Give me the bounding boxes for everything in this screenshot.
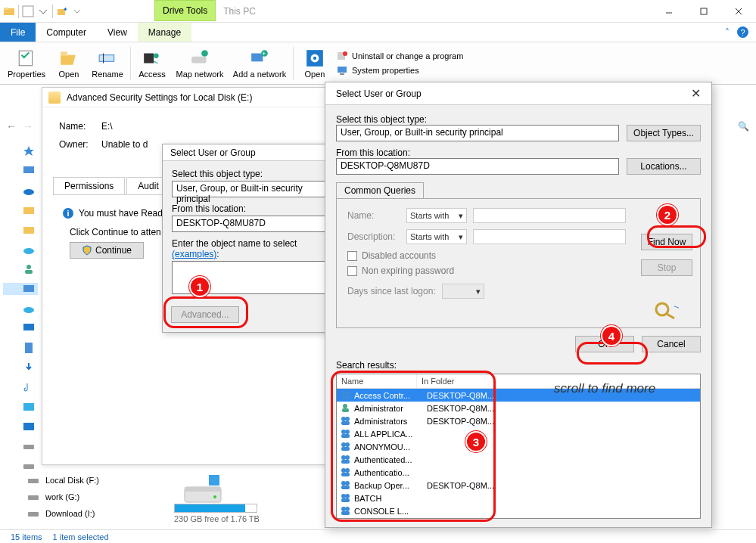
map-network-button[interactable]: Map network — [173, 48, 226, 79]
tab-permissions[interactable]: Permissions — [53, 177, 125, 194]
system-props-link[interactable]: System properties — [336, 64, 463, 76]
window-titlebar: ✦ Drive Tools This PC — [0, 0, 756, 23]
name-input[interactable] — [473, 208, 626, 223]
properties-button[interactable]: Properties — [5, 48, 48, 79]
tree-pictures[interactable] — [23, 401, 35, 413]
tree-folder[interactable] — [23, 224, 35, 236]
tree-onedrive2[interactable] — [23, 244, 35, 256]
disabled-accounts-checkbox[interactable]: Disabled accounts — [347, 250, 626, 261]
svg-rect-13 — [191, 56, 206, 63]
tree-desktop2[interactable] — [23, 322, 35, 334]
collapse-ribbon-icon[interactable]: ˄ — [725, 27, 730, 38]
svg-rect-15 — [251, 53, 263, 61]
tree-desktop[interactable]: D — [23, 165, 35, 177]
col-name[interactable]: Name — [337, 374, 417, 388]
maximize-button[interactable] — [686, 0, 721, 22]
svg-point-45 — [345, 391, 350, 396]
search-icon[interactable]: 🔍 — [736, 121, 750, 132]
examples-link[interactable]: (examples) — [172, 249, 216, 259]
dropdown-icon[interactable] — [71, 5, 83, 17]
find-now-button[interactable]: Find Now — [641, 234, 692, 250]
nav-forward-icon[interactable]: → — [23, 120, 33, 132]
dropdown-icon[interactable] — [37, 5, 49, 17]
tree-folder[interactable] — [23, 204, 35, 216]
svg-rect-46 — [341, 396, 350, 399]
group-icon — [340, 454, 351, 465]
result-row[interactable]: Backup Oper...DESKTOP-Q8M... — [337, 479, 700, 492]
label: Add a network — [233, 70, 286, 79]
group-icon — [340, 428, 351, 439]
drive-item[interactable]: Download (I:) — [27, 507, 99, 520]
help-icon[interactable]: ? — [737, 26, 748, 38]
nav-back-icon[interactable]: ← — [6, 120, 17, 132]
description-input[interactable] — [473, 229, 626, 244]
tree-videos[interactable] — [23, 420, 35, 433]
object-type-field[interactable]: User, Group, or Built-in security princi… — [336, 125, 619, 141]
group-icon — [340, 389, 351, 401]
result-row[interactable]: AdministratorDESKTOP-Q8M... — [337, 402, 700, 414]
close-icon[interactable]: ✕ — [691, 86, 701, 101]
drive-item[interactable]: Local Disk (F:) — [27, 474, 99, 486]
result-row[interactable]: BATCH — [337, 492, 700, 504]
label: work (G:) — [45, 492, 79, 501]
minimize-button[interactable] — [652, 0, 686, 22]
tab-view[interactable]: View — [97, 23, 138, 42]
tree-cloud[interactable] — [23, 303, 35, 315]
tree-this-pc[interactable] — [3, 283, 38, 295]
svg-rect-1 — [4, 8, 8, 10]
cloud-icon — [23, 244, 35, 256]
location-field[interactable]: DESKTOP-Q8MU87D — [336, 158, 619, 175]
result-row[interactable]: Authenticated... — [337, 453, 700, 466]
add-network-button[interactable]: + Add a network — [231, 48, 288, 79]
result-row[interactable]: ANONYMOU... — [337, 440, 700, 453]
result-row[interactable]: AdministratorsDESKTOP-Q8M... — [337, 414, 700, 427]
rename-button[interactable]: Rename — [89, 48, 126, 79]
object-types-button[interactable]: Object Types... — [627, 125, 701, 141]
open-button[interactable]: Open — [53, 48, 85, 79]
advanced-button[interactable]: Advanced... — [171, 306, 239, 323]
uninstall-link[interactable]: Uninstall or change a program — [336, 50, 463, 62]
tree-downloads[interactable] — [23, 361, 35, 374]
drive-item[interactable]: work (G:) — [27, 491, 99, 503]
tree-quick-access[interactable]: Q — [23, 145, 35, 157]
access-media-button[interactable]: Access — [135, 48, 169, 79]
label: Disabled accounts — [362, 250, 436, 261]
dialog-title: Advanced Security Settings for Local Dis… — [67, 92, 252, 103]
result-row[interactable]: ALL APPLICA... — [337, 427, 700, 440]
cancel-button[interactable]: Cancel — [642, 336, 701, 352]
non-expiring-checkbox[interactable]: Non expiring password — [347, 265, 626, 276]
col-folder[interactable]: In Folder — [417, 374, 459, 388]
tree-drive[interactable] — [23, 460, 35, 472]
drive-list: Local Disk (F:) work (G:) Download (I:) — [27, 474, 99, 520]
continue-button[interactable]: Continue — [70, 242, 144, 259]
tree-documents[interactable] — [23, 342, 35, 354]
tree-drive[interactable] — [23, 440, 35, 452]
tab-manage[interactable]: Manage — [138, 23, 191, 42]
result-name: Authenticatio... — [354, 468, 422, 477]
open-settings-button[interactable]: Open — [298, 48, 331, 79]
checkbox-icon[interactable] — [22, 5, 34, 17]
tree-user[interactable] — [23, 263, 35, 275]
svg-rect-24 — [340, 73, 344, 75]
name-match-select[interactable]: Starts with▾ — [406, 208, 467, 223]
tab-computer[interactable]: Computer — [36, 23, 97, 42]
stop-button[interactable]: Stop — [641, 259, 692, 276]
locations-button[interactable]: Locations... — [627, 158, 701, 175]
location-field[interactable]: DESKTOP-Q8MU87D — [172, 216, 331, 232]
result-row[interactable]: Authenticatio... — [337, 466, 700, 479]
tree-onedrive[interactable] — [23, 185, 35, 197]
svg-point-20 — [313, 56, 316, 59]
close-button[interactable] — [721, 0, 756, 22]
tab-file[interactable]: File — [0, 23, 36, 42]
object-type-field[interactable]: User, Group, or Built-in security princi… — [172, 181, 331, 197]
tree-music[interactable] — [23, 381, 35, 393]
new-folder-icon[interactable]: ✦ — [56, 5, 68, 17]
days-select[interactable]: ▾ — [442, 284, 484, 299]
tab-common-queries[interactable]: Common Queries — [336, 182, 424, 198]
desc-match-select[interactable]: Starts with▾ — [406, 229, 467, 244]
magnifier-icon — [652, 300, 682, 320]
result-row[interactable]: CONSOLE L... — [337, 504, 700, 517]
svg-point-30 — [26, 265, 31, 269]
label: System properties — [352, 66, 419, 75]
info-icon: i — [62, 207, 74, 219]
